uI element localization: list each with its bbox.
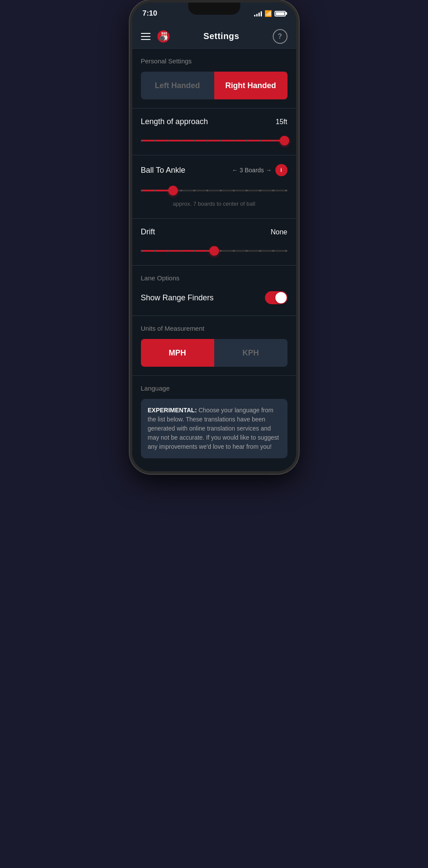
experimental-label: EXPERIMENTAL: xyxy=(148,407,197,414)
status-icons: 📶 xyxy=(254,10,286,17)
phone-frame: 7:10 📶 🎳 Sett xyxy=(130,0,299,474)
ball-to-ankle-value-group: ← 3 Boards → i xyxy=(232,164,288,176)
left-handed-button[interactable]: Left Handed xyxy=(141,72,214,99)
signal-icon xyxy=(254,10,262,16)
ball-to-ankle-header: Ball To Ankle ← 3 Boards → i xyxy=(141,164,288,176)
page-title: Settings xyxy=(203,31,239,41)
show-range-finders-toggle[interactable] xyxy=(265,291,288,304)
slider-dots-approach xyxy=(141,140,288,141)
length-of-approach-slider[interactable] xyxy=(141,134,288,147)
svg-text:🎳: 🎳 xyxy=(159,32,169,41)
drift-value: None xyxy=(271,228,287,236)
length-of-approach-label: Length of approach xyxy=(141,117,208,126)
ball-to-ankle-slider[interactable] xyxy=(141,184,288,197)
app-logo: 🎳 xyxy=(157,30,170,43)
show-range-finders-label: Show Range Finders xyxy=(141,293,214,302)
experimental-text: EXPERIMENTAL: Choose your language from … xyxy=(148,406,281,451)
length-of-approach-value: 15ft xyxy=(276,118,288,126)
kph-button[interactable]: KPH xyxy=(214,339,288,367)
ball-to-ankle-label: Ball To Ankle xyxy=(141,166,186,175)
slider-thumb-ankle[interactable] xyxy=(168,186,178,195)
slider-track-ankle xyxy=(141,190,288,191)
status-bar: 7:10 📶 xyxy=(132,3,296,24)
wifi-icon: 📶 xyxy=(265,10,272,17)
slider-thumb-drift[interactable] xyxy=(209,246,219,256)
personal-settings-label: Personal Settings xyxy=(141,57,288,65)
slider-dots-ankle xyxy=(141,190,288,191)
units-label: Units of Measurement xyxy=(141,325,288,332)
status-time: 7:10 xyxy=(143,9,157,18)
length-of-approach-section: Length of approach 15ft xyxy=(132,108,296,155)
lane-options-label: Lane Options xyxy=(141,274,288,282)
personal-settings-section: Personal Settings Left Handed Right Hand… xyxy=(132,49,296,99)
handedness-toggle: Left Handed Right Handed xyxy=(141,72,288,99)
language-label: Language xyxy=(141,385,288,392)
drift-label: Drift xyxy=(141,227,155,237)
mph-button[interactable]: MPH xyxy=(141,339,214,367)
drift-slider[interactable] xyxy=(141,244,288,257)
slider-thumb-approach[interactable] xyxy=(280,136,289,145)
right-handed-button[interactable]: Right Handed xyxy=(214,72,288,99)
ball-to-ankle-value: ← 3 Boards → xyxy=(232,167,272,174)
help-button[interactable]: ? xyxy=(273,29,288,44)
drift-header: Drift None xyxy=(141,227,288,237)
menu-button[interactable] xyxy=(141,33,150,40)
show-range-finders-row: Show Range Finders xyxy=(141,289,288,307)
slider-track-drift xyxy=(141,250,288,252)
units-of-measurement-section: Units of Measurement MPH KPH xyxy=(132,316,296,375)
battery-icon xyxy=(274,11,286,16)
ball-to-ankle-section: Ball To Ankle ← 3 Boards → i xyxy=(132,155,296,218)
boards-info-icon[interactable]: i xyxy=(275,164,288,176)
header-left: 🎳 xyxy=(141,30,170,43)
length-of-approach-header: Length of approach 15ft xyxy=(141,117,288,126)
units-toggle: MPH KPH xyxy=(141,339,288,367)
slider-track-approach xyxy=(141,140,288,141)
main-content: Personal Settings Left Handed Right Hand… xyxy=(132,49,296,471)
experimental-box: EXPERIMENTAL: Choose your language from … xyxy=(141,399,288,458)
lane-options-section: Lane Options Show Range Finders xyxy=(132,266,296,316)
ball-to-ankle-hint: approx. 7 boards to center of ball xyxy=(141,201,288,207)
toggle-thumb xyxy=(275,292,287,303)
notch xyxy=(188,3,240,15)
drift-section: Drift None xyxy=(132,219,296,265)
header: 🎳 Settings ? xyxy=(132,24,296,49)
language-section: Language EXPERIMENTAL: Choose your langu… xyxy=(132,376,296,458)
